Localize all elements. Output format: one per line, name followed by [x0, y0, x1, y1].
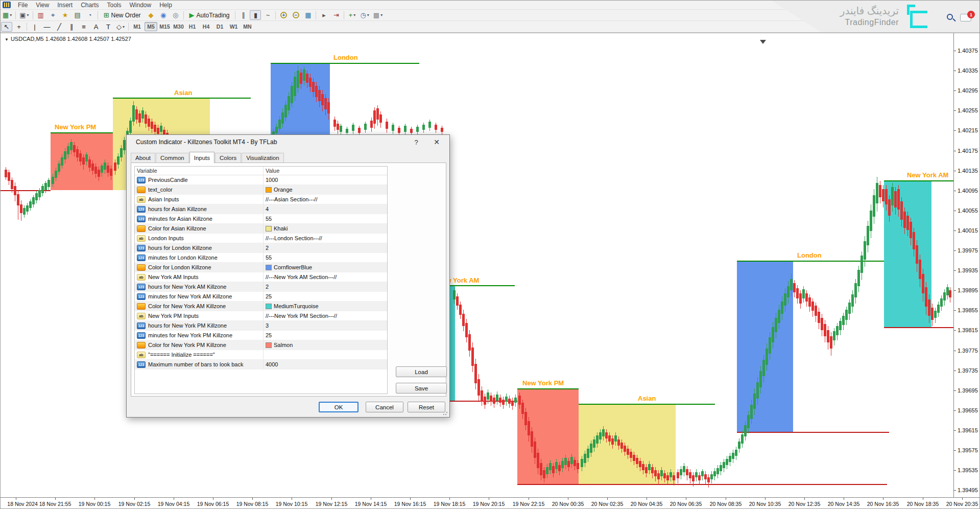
value-cell[interactable]	[264, 350, 387, 359]
search-icon[interactable]	[947, 14, 953, 20]
timeframe-m30[interactable]: M30	[172, 22, 185, 31]
table-row[interactable]: Color for New York PM KillzoneSalmon	[135, 340, 387, 350]
crosshair-button[interactable]: +	[13, 22, 25, 32]
table-row[interactable]: 123minutes for New York AM Killzone25	[135, 292, 387, 302]
value-cell[interactable]: 4000	[264, 360, 387, 369]
timeframe-h1[interactable]: H1	[186, 22, 199, 31]
menu-charts[interactable]: Charts	[77, 1, 103, 10]
table-row[interactable]: 123hours for London Killzone2	[135, 243, 387, 253]
timeframe-m5[interactable]: M5	[145, 22, 157, 31]
load-button[interactable]: Load	[396, 366, 447, 377]
table-row[interactable]: Color for London KillzoneCornflowerBlue	[135, 263, 387, 272]
table-row[interactable]: ab"====== Initialize ======"	[135, 350, 387, 360]
dialog-close-button[interactable]: ✕	[429, 135, 444, 149]
resize-grip[interactable]	[443, 410, 448, 415]
periods-button[interactable]: ◷▾	[358, 10, 370, 20]
value-cell[interactable]: 3	[264, 321, 387, 330]
table-row[interactable]: 123hours for New York AM Killzone2	[135, 282, 387, 292]
value-cell[interactable]: 25	[264, 292, 387, 301]
timeframe-mn[interactable]: MN	[241, 22, 254, 31]
ok-button[interactable]: OK	[319, 402, 358, 412]
fibonacci-button[interactable]: ≡	[78, 22, 89, 32]
community-button[interactable]: ◉	[158, 10, 169, 20]
dialog-title-bar[interactable]: Custom Indicator - Killzones Toolkit MT4…	[127, 135, 449, 149]
new-chart-button[interactable]: ▦▾	[1, 10, 13, 20]
strategy-tester-button[interactable]: ◔	[84, 10, 95, 20]
value-cell[interactable]: 2	[264, 282, 387, 291]
zoom-in-button[interactable]: +	[278, 10, 289, 20]
horizontal-line-button[interactable]: —	[41, 22, 53, 32]
price-axis[interactable]: 1.403751.403351.402951.402551.402151.401…	[953, 33, 980, 497]
navigator-button[interactable]: ★	[60, 10, 71, 20]
timeframe-h4[interactable]: H4	[200, 22, 212, 31]
timeframe-d1[interactable]: D1	[213, 22, 226, 31]
table-row[interactable]: abNew York AM Inputs//---New York AM Sec…	[135, 272, 387, 282]
new-order-button[interactable]: ⊞New Order	[100, 10, 145, 20]
menu-tools[interactable]: Tools	[103, 1, 126, 10]
tab-common[interactable]: Common	[156, 153, 189, 163]
value-cell[interactable]: Orange	[264, 185, 387, 194]
chat-icon[interactable]: 1	[960, 14, 971, 21]
zoom-out-button[interactable]: −	[290, 10, 301, 20]
value-cell[interactable]: 25	[264, 331, 387, 340]
table-row[interactable]: 123hours for New York PM Killzone3	[135, 321, 387, 331]
timeframe-w1[interactable]: W1	[227, 22, 240, 31]
bar-chart-button[interactable]: ∥	[237, 10, 249, 20]
value-cell[interactable]: //---Asian Section---//	[264, 195, 387, 204]
table-row[interactable]: Color for Asian KillzoneKhaki	[135, 224, 387, 234]
value-cell[interactable]: MediumTurquoise	[264, 302, 387, 311]
value-cell[interactable]: 55	[264, 214, 387, 223]
table-row[interactable]: 123minutes for London Killzone55	[135, 253, 387, 263]
vertical-line-button[interactable]: |	[29, 22, 40, 32]
metaeditor-button[interactable]: ◆	[146, 10, 157, 20]
chart-shift-button[interactable]: ⇥	[330, 10, 342, 20]
text-button[interactable]: A	[90, 22, 102, 32]
value-cell[interactable]: 1000	[264, 175, 387, 184]
templates-button[interactable]: ▩▾	[372, 10, 384, 20]
value-cell[interactable]: Salmon	[264, 340, 387, 350]
menu-help[interactable]: Help	[155, 1, 176, 10]
save-button[interactable]: Save	[396, 383, 447, 394]
table-row[interactable]: 123PreviousCandle1000	[135, 175, 387, 185]
timeframe-m1[interactable]: M1	[131, 22, 144, 31]
reset-button[interactable]: Reset	[408, 402, 445, 412]
terminal-button[interactable]: ▤	[72, 10, 83, 20]
equidistant-channel-button[interactable]: ∥	[66, 22, 77, 32]
menu-view[interactable]: View	[32, 1, 53, 10]
table-row[interactable]: text_colorOrange	[135, 185, 387, 195]
label-button[interactable]: T	[103, 22, 114, 32]
indicators-button[interactable]: +▾	[346, 10, 357, 20]
menu-file[interactable]: File	[14, 1, 32, 10]
line-chart-button[interactable]: ~	[262, 10, 273, 20]
menu-window[interactable]: Window	[126, 1, 156, 10]
menu-insert[interactable]: Insert	[53, 1, 77, 10]
data-window-button[interactable]: ⌖	[47, 10, 59, 20]
dialog-help-button[interactable]: ?	[409, 135, 424, 149]
timeframe-m15[interactable]: M15	[158, 22, 171, 31]
cursor-button[interactable]: ↖	[1, 22, 12, 32]
table-row[interactable]: 123minutes for New York PM Killzone25	[135, 331, 387, 340]
table-row[interactable]: 123Maximum number of bars to look back40…	[135, 360, 387, 369]
tab-colors[interactable]: Colors	[215, 153, 241, 163]
autotrading-button[interactable]: ▶AutoTrading	[186, 10, 233, 20]
candlestick-chart-button[interactable]: ▮	[250, 10, 261, 20]
tab-about[interactable]: About	[131, 153, 155, 163]
value-cell[interactable]: CornflowerBlue	[264, 263, 387, 272]
table-row[interactable]: Color for New York AM KillzoneMediumTurq…	[135, 302, 387, 311]
value-cell[interactable]: 55	[264, 253, 387, 262]
table-row[interactable]: 123hours for Asian Killzone4	[135, 204, 387, 214]
value-cell[interactable]: //---New York PM Section---//	[264, 311, 387, 320]
value-cell[interactable]: 2	[264, 243, 387, 252]
auto-scroll-button[interactable]: ▸	[318, 10, 329, 20]
table-row[interactable]: abLondon Inputs//---London Section---//	[135, 234, 387, 243]
market-button[interactable]: ◎	[170, 10, 181, 20]
value-cell[interactable]: Khaki	[264, 224, 387, 233]
symbol-dropdown-icon[interactable]: ▼	[5, 37, 9, 42]
table-row[interactable]: abAsian Inputs//---Asian Section---//	[135, 195, 387, 204]
trendline-button[interactable]: ╱	[54, 22, 65, 32]
market-watch-button[interactable]: ▥	[35, 10, 46, 20]
tab-visualization[interactable]: Visualization	[242, 153, 283, 163]
profiles-button[interactable]: ▣▾	[18, 10, 30, 20]
time-axis[interactable]: 18 Nov 202418 Nov 21:5519 Nov 00:1519 No…	[1, 497, 980, 509]
table-row[interactable]: abNew York PM Inputs//---New York PM Sec…	[135, 311, 387, 321]
